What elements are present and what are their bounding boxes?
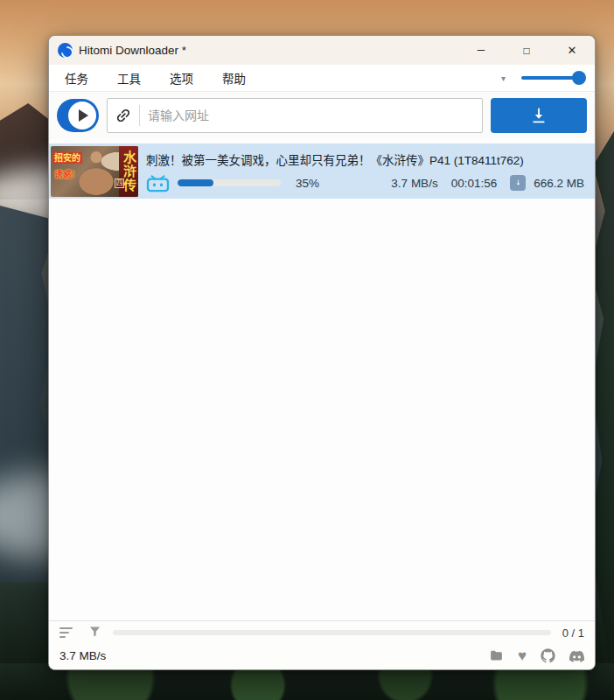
window-title: Hitomi Downloader * bbox=[79, 44, 186, 57]
menu-item-tasks[interactable]: 任务 bbox=[65, 69, 88, 87]
close-button[interactable]: ✕ bbox=[549, 36, 595, 65]
menu-bar: 任务 工具 选项 帮助 ▾ bbox=[49, 65, 595, 92]
download-list: 招安的 诱惑! 水浒传 四 刺激！被第一美女调戏，心里却只有兄弟！《水浒传》P4… bbox=[49, 139, 595, 620]
total-speed: 3.7 MB/s bbox=[59, 649, 106, 662]
sort-icon[interactable] bbox=[59, 627, 73, 638]
overall-progress-bar bbox=[113, 630, 551, 635]
footer-bar: 3.7 MB/s ♥ bbox=[49, 644, 595, 669]
progress-percent: 35% bbox=[296, 177, 319, 190]
footer-icons: ♥ bbox=[489, 648, 584, 663]
download-speed: 3.7 MB/s bbox=[391, 177, 437, 190]
file-size: 666.2 MB bbox=[534, 177, 584, 190]
menu-item-help[interactable]: 帮助 bbox=[222, 69, 246, 87]
app-window: Hitomi Downloader * – □ ✕ 任务 工具 选项 帮助 ▾ bbox=[48, 35, 596, 670]
menu-right-controls: ▾ bbox=[501, 71, 584, 85]
toolbar bbox=[49, 92, 595, 139]
menu-item-options[interactable]: 选项 bbox=[170, 69, 193, 87]
folder-icon[interactable] bbox=[489, 648, 504, 663]
download-row-selected[interactable]: 招安的 诱惑! 水浒传 四 刺激！被第一美女调戏，心里却只有兄弟！《水浒传》P4… bbox=[49, 144, 595, 199]
play-toggle[interactable] bbox=[57, 99, 99, 132]
download-button[interactable] bbox=[491, 98, 587, 133]
play-icon bbox=[68, 102, 96, 130]
progress-fill bbox=[178, 179, 213, 186]
status-bar: 0 / 1 bbox=[49, 620, 595, 644]
desktop-wallpaper: Hitomi Downloader * – □ ✕ 任务 工具 选项 帮助 ▾ bbox=[0, 0, 614, 700]
maximize-button[interactable]: □ bbox=[504, 36, 549, 65]
chevron-down-icon[interactable]: ▾ bbox=[501, 74, 506, 83]
size-download-badge-icon bbox=[510, 175, 526, 191]
minimize-button[interactable]: – bbox=[458, 36, 504, 65]
app-icon bbox=[58, 43, 73, 58]
download-progress-bar bbox=[178, 179, 281, 186]
video-thumbnail: 招安的 诱惑! 水浒传 四 bbox=[51, 146, 138, 197]
thumbnail-tag-text: 招安的 bbox=[52, 152, 82, 164]
url-input[interactable] bbox=[148, 108, 475, 122]
title-bar[interactable]: Hitomi Downloader * – □ ✕ bbox=[49, 36, 595, 65]
task-counter: 0 / 1 bbox=[562, 626, 584, 640]
thumbnail-tag-text: 诱惑! bbox=[54, 167, 74, 180]
download-row-body: 刺激！被第一美女调戏，心里却只有兄弟！《水浒传》P41 (1T8411t762) bbox=[146, 150, 584, 192]
link-icon bbox=[111, 103, 136, 128]
thumbnail-episode-badge: 四 bbox=[115, 178, 124, 188]
thumbnail-title-strip: 水浒传 bbox=[119, 146, 138, 197]
slider-knob[interactable] bbox=[572, 71, 586, 85]
menu-item-tools[interactable]: 工具 bbox=[117, 69, 141, 87]
url-input-box[interactable] bbox=[107, 98, 483, 133]
speed-slider[interactable] bbox=[521, 71, 584, 85]
heart-icon[interactable]: ♥ bbox=[518, 648, 527, 663]
window-controls: – □ ✕ bbox=[458, 36, 595, 65]
filter-icon[interactable] bbox=[88, 625, 101, 641]
download-stats: 35% 3.7 MB/s 00:01:56 666.2 MB bbox=[146, 174, 584, 192]
elapsed-time: 00:01:56 bbox=[451, 177, 498, 190]
bilibili-icon bbox=[146, 174, 170, 192]
input-divider bbox=[139, 105, 140, 126]
download-title: 刺激！被第一美女调戏，心里却只有兄弟！《水浒传》P41 (1T8411t762) bbox=[146, 150, 584, 168]
github-icon[interactable] bbox=[541, 648, 555, 663]
discord-icon[interactable] bbox=[569, 648, 584, 663]
download-icon bbox=[529, 106, 548, 125]
